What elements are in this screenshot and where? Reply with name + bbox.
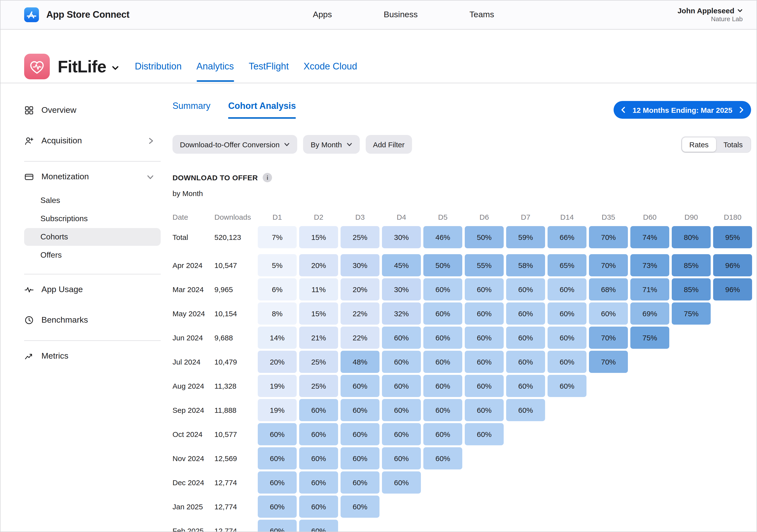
cohort-cell[interactable]: 80% — [672, 226, 711, 248]
cohort-cell[interactable]: 55% — [465, 254, 504, 276]
sidebar-item-benchmarks[interactable]: Benchmarks — [24, 310, 161, 331]
cohort-cell[interactable]: 30% — [341, 254, 379, 276]
cohort-cell[interactable]: 60% — [506, 399, 545, 421]
nav-item-teams[interactable]: Teams — [469, 10, 494, 20]
cohort-cell[interactable]: 60% — [506, 327, 545, 349]
cohort-cell[interactable]: 48% — [341, 351, 379, 373]
sidebar-item-subscriptions[interactable]: Subscriptions — [24, 210, 161, 227]
sidebar-item-overview[interactable]: Overview — [24, 100, 161, 121]
user-menu[interactable]: John Appleseed Nature Lab — [678, 6, 743, 23]
cohort-cell[interactable]: 45% — [382, 254, 421, 276]
cohort-cell[interactable]: 70% — [589, 327, 628, 349]
cohort-cell[interactable]: 60% — [465, 303, 504, 325]
cohort-cell[interactable]: 60% — [465, 399, 504, 421]
cohort-cell[interactable]: 70% — [589, 254, 628, 276]
cohort-cell[interactable]: 60% — [382, 351, 421, 373]
tab-distribution[interactable]: Distribution — [135, 61, 182, 72]
cohort-cell[interactable]: 11% — [299, 278, 338, 301]
cohort-cell[interactable]: 66% — [548, 226, 587, 248]
cohort-cell[interactable]: 65% — [548, 254, 587, 276]
cohort-cell[interactable]: 95% — [713, 226, 752, 248]
cohort-cell[interactable]: 60% — [258, 495, 297, 518]
cohort-cell[interactable]: 60% — [341, 447, 379, 469]
sidebar-item-acquisition[interactable]: Acquisition — [24, 131, 161, 151]
cohort-cell[interactable]: 71% — [630, 278, 669, 301]
nav-item-apps[interactable]: Apps — [313, 10, 332, 20]
sidebar-item-offers[interactable]: Offers — [24, 246, 161, 264]
cohort-cell[interactable]: 60% — [382, 447, 421, 469]
toggle-option-totals[interactable]: Totals — [716, 137, 750, 152]
cohort-cell[interactable]: 60% — [299, 423, 338, 445]
sidebar-item-app-usage[interactable]: App Usage — [24, 279, 161, 300]
sidebar-item-cohorts[interactable]: Cohorts — [24, 228, 161, 246]
nav-item-business[interactable]: Business — [384, 10, 418, 20]
cohort-cell[interactable]: 30% — [382, 226, 421, 248]
cohort-cell[interactable]: 60% — [423, 447, 462, 469]
cohort-cell[interactable]: 5% — [258, 254, 297, 276]
add-filter-button[interactable]: Add Filter — [365, 135, 412, 154]
cohort-cell[interactable]: 60% — [506, 278, 545, 301]
tab-analytics[interactable]: Analytics — [197, 61, 234, 72]
cohort-cell[interactable]: 60% — [548, 327, 587, 349]
granularity-dropdown[interactable]: By Month — [303, 135, 360, 154]
cohort-cell[interactable]: 25% — [299, 351, 338, 373]
metric-dropdown[interactable]: Download-to-Offer Conversion — [172, 135, 297, 154]
tab-xcode-cloud[interactable]: Xcode Cloud — [304, 61, 357, 72]
cohort-cell[interactable]: 60% — [258, 423, 297, 445]
chevron-left-icon[interactable] — [621, 106, 626, 113]
cohort-cell[interactable]: 60% — [423, 327, 462, 349]
tab-testflight[interactable]: TestFlight — [249, 61, 289, 72]
cohort-cell[interactable]: 60% — [382, 423, 421, 445]
cohort-cell[interactable]: 25% — [299, 375, 338, 397]
date-range-picker[interactable]: 12 Months Ending: Mar 2025 — [614, 101, 751, 119]
cohort-cell[interactable]: 60% — [299, 495, 338, 518]
cohort-cell[interactable]: 70% — [589, 226, 628, 248]
cohort-cell[interactable]: 60% — [382, 327, 421, 349]
cohort-cell[interactable]: 96% — [713, 278, 752, 301]
cohort-cell[interactable]: 60% — [506, 351, 545, 373]
cohort-cell[interactable]: 60% — [423, 303, 462, 325]
cohort-cell[interactable]: 20% — [258, 351, 297, 373]
cohort-cell[interactable]: 60% — [465, 278, 504, 301]
sidebar-item-metrics[interactable]: Metrics — [24, 346, 161, 367]
cohort-cell[interactable]: 60% — [423, 278, 462, 301]
cohort-cell[interactable]: 60% — [548, 278, 587, 301]
toggle-option-rates[interactable]: Rates — [682, 137, 716, 152]
brand[interactable]: App Store Connect — [24, 7, 129, 22]
cohort-cell[interactable]: 69% — [630, 303, 669, 325]
cohort-cell[interactable]: 85% — [672, 278, 711, 301]
cohort-cell[interactable]: 74% — [630, 226, 669, 248]
cohort-cell[interactable]: 20% — [299, 254, 338, 276]
cohort-cell[interactable]: 15% — [299, 303, 338, 325]
cohort-cell[interactable]: 60% — [465, 351, 504, 373]
cohort-cell[interactable]: 7% — [258, 226, 297, 248]
cohort-cell[interactable]: 60% — [299, 447, 338, 469]
cohort-cell[interactable]: 75% — [672, 303, 711, 325]
cohort-cell[interactable]: 60% — [341, 471, 379, 493]
cohort-cell[interactable]: 50% — [423, 254, 462, 276]
subtab-summary[interactable]: Summary — [172, 101, 210, 117]
cohort-cell[interactable]: 85% — [672, 254, 711, 276]
cohort-cell[interactable]: 60% — [382, 375, 421, 397]
cohort-cell[interactable]: 21% — [299, 327, 338, 349]
cohort-cell[interactable]: 60% — [465, 375, 504, 397]
cohort-cell[interactable]: 70% — [589, 351, 628, 373]
cohort-cell[interactable]: 14% — [258, 327, 297, 349]
cohort-cell[interactable]: 60% — [299, 471, 338, 493]
cohort-cell[interactable]: 60% — [465, 423, 504, 445]
cohort-cell[interactable]: 19% — [258, 375, 297, 397]
cohort-cell[interactable]: 60% — [423, 399, 462, 421]
cohort-cell[interactable]: 60% — [548, 375, 587, 397]
cohort-cell[interactable]: 60% — [423, 423, 462, 445]
cohort-cell[interactable]: 25% — [341, 226, 379, 248]
sidebar-item-sales[interactable]: Sales — [24, 192, 161, 209]
cohort-cell[interactable]: 60% — [258, 447, 297, 469]
cohort-cell[interactable]: 60% — [258, 520, 297, 532]
chevron-right-icon[interactable] — [739, 106, 744, 113]
subtab-cohort-analysis[interactable]: Cohort Analysis — [228, 101, 296, 119]
app-switcher[interactable]: FitLife — [58, 57, 120, 76]
cohort-cell[interactable]: 60% — [382, 471, 421, 493]
cohort-cell[interactable]: 68% — [589, 278, 628, 301]
cohort-cell[interactable]: 60% — [465, 327, 504, 349]
cohort-cell[interactable]: 60% — [423, 351, 462, 373]
